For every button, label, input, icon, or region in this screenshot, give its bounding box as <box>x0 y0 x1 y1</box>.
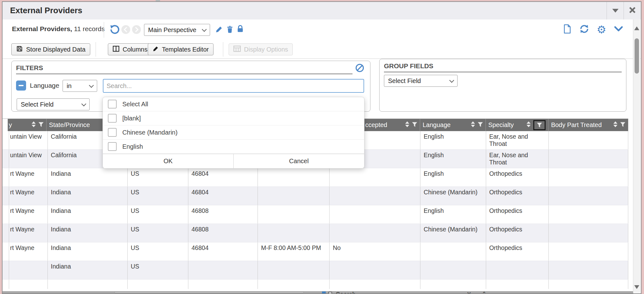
filter-option[interactable]: English <box>103 140 364 154</box>
footer-checkbox-fragment[interactable] <box>328 292 332 293</box>
collapse-toolbar-button[interactable] <box>614 25 623 34</box>
edit-perspective-button[interactable] <box>215 25 223 35</box>
button-row-divider <box>223 42 223 57</box>
table-cell: US <box>128 187 188 205</box>
undo-button[interactable] <box>109 25 119 36</box>
templates-editor-button[interactable]: Templates Editor <box>148 43 214 55</box>
refresh-icon <box>579 24 589 35</box>
filter-option[interactable]: Select All <box>103 97 364 111</box>
column-header[interactable]: Specialty <box>486 119 549 131</box>
checkbox-icon[interactable] <box>108 114 117 123</box>
filter-option-label: Chinese (Mandarin) <box>122 129 178 136</box>
chevron-down-icon <box>449 78 454 83</box>
filter-funnel-icon[interactable] <box>38 121 44 129</box>
horizontal-scrollbar[interactable] <box>114 291 304 293</box>
delete-perspective-button[interactable] <box>226 25 234 35</box>
table-cell <box>549 150 628 168</box>
scrollbar-thumb[interactable] <box>635 38 639 74</box>
ok-button[interactable]: OK <box>103 154 234 168</box>
table-row[interactable]: rt WayneIndianaUS46804Chinese (Mandarin)… <box>3 187 628 205</box>
column-header-label: ccepted <box>365 121 387 129</box>
checkbox-icon[interactable] <box>108 142 117 151</box>
new-document-button[interactable] <box>563 24 572 35</box>
clear-filters-button[interactable] <box>355 63 364 74</box>
chevron-down-icon <box>81 101 86 106</box>
group-field-select[interactable]: Select Field <box>384 75 458 87</box>
toolbar-right-icons: ⚙ <box>563 24 623 35</box>
table-cell: 46808 <box>188 224 258 242</box>
column-header[interactable]: Body Part Treated <box>548 119 628 131</box>
sort-icon[interactable] <box>526 121 531 129</box>
record-summary: External Providers, 11 records <box>12 25 105 33</box>
chevron-down-icon <box>89 83 94 88</box>
screen: External Providers External Providers, 1… <box>0 0 644 294</box>
toolbar-divider <box>104 22 104 38</box>
add-filter-field-value: Select Field <box>21 101 54 108</box>
scroll-down-arrow-icon[interactable] <box>634 285 639 289</box>
perspective-select[interactable]: Main Perspective <box>144 24 210 36</box>
table-cell: US <box>128 242 188 261</box>
templates-editor-label: Templates Editor <box>162 46 209 53</box>
group-fields-heading: GROUP FIELDS <box>384 62 433 70</box>
table-cell: Indiana <box>48 187 128 205</box>
table-cell <box>549 224 628 242</box>
filter-funnel-icon[interactable] <box>620 121 625 129</box>
filter-option-label: Select All <box>122 101 148 108</box>
store-displayed-data-label: Store Displayed Data <box>26 46 86 53</box>
refresh-button[interactable] <box>579 24 589 35</box>
table-cell <box>258 205 330 224</box>
dialog-collapse-button[interactable] <box>607 2 624 19</box>
filter-search-input[interactable] <box>103 79 364 93</box>
minus-icon <box>19 85 24 86</box>
footer-accent-fragment <box>322 291 326 293</box>
columns-icon <box>113 46 119 53</box>
filter-funnel-icon[interactable] <box>533 120 546 130</box>
filter-option[interactable]: [blank] <box>103 111 364 125</box>
external-providers-dialog: External Providers External Providers, 1… <box>2 1 641 294</box>
table-cell <box>420 242 486 261</box>
sort-icon[interactable] <box>31 121 36 129</box>
filter-operator-select[interactable]: in <box>63 80 97 92</box>
footer-icon-fragment: ✕ <box>467 291 471 293</box>
trash-icon <box>226 25 234 35</box>
footer-search-label[interactable]: Search <box>336 291 356 293</box>
columns-button[interactable]: Columns <box>108 43 152 55</box>
table-cell: US <box>128 224 188 242</box>
sort-icon[interactable] <box>405 121 409 129</box>
filter-funnel-icon[interactable] <box>412 121 417 129</box>
column-header-label: State/Province <box>49 121 90 129</box>
table-row[interactable]: rt WayneIndianaUS46804M-F 8:00 AM-5:00 P… <box>3 242 628 261</box>
checkbox-icon[interactable] <box>108 128 117 137</box>
table-cell: Orthopedics <box>486 242 549 261</box>
history-back-button[interactable] <box>121 25 130 34</box>
vertical-scrollbar[interactable] <box>633 19 640 293</box>
settings-button[interactable]: ⚙ <box>597 24 606 35</box>
table-row[interactable]: IndianaUS <box>3 261 628 280</box>
cancel-button[interactable]: Cancel <box>234 154 364 168</box>
history-forward-button[interactable] <box>132 25 141 34</box>
table-cell <box>549 280 628 289</box>
column-header[interactable]: y <box>8 119 47 131</box>
table-row[interactable]: rt WayneIndianaUS46808Chinese (Mandarin)… <box>3 224 628 242</box>
lock-perspective-button[interactable] <box>236 25 244 34</box>
store-displayed-data-button[interactable]: Store Displayed Data <box>11 43 90 55</box>
table-cell <box>258 261 330 279</box>
table-row[interactable]: rt WayneIndianaUS46804EnglishOrthopedics <box>3 168 628 187</box>
remove-filter-button[interactable] <box>16 80 26 91</box>
dialog-close-button[interactable] <box>624 2 641 19</box>
filter-option[interactable]: Chinese (Mandarin) <box>103 125 364 140</box>
scroll-up-arrow-icon[interactable] <box>634 26 639 30</box>
filter-funnel-icon[interactable] <box>478 121 483 129</box>
sort-icon[interactable] <box>613 121 618 129</box>
table-cell <box>486 280 549 289</box>
column-header[interactable]: Language <box>420 119 486 131</box>
table-row[interactable]: rt WayneIndianaUS46808EnglishOrthopedics <box>3 205 628 224</box>
sort-icon[interactable] <box>471 121 475 129</box>
add-filter-field-select[interactable]: Select Field <box>17 98 90 110</box>
table-cell: Chinese (Mandarin) <box>420 187 486 205</box>
table-row[interactable] <box>3 280 628 289</box>
table-cell <box>330 187 420 205</box>
table-cell <box>9 261 48 279</box>
table-cell <box>3 280 9 289</box>
checkbox-icon[interactable] <box>108 100 117 108</box>
